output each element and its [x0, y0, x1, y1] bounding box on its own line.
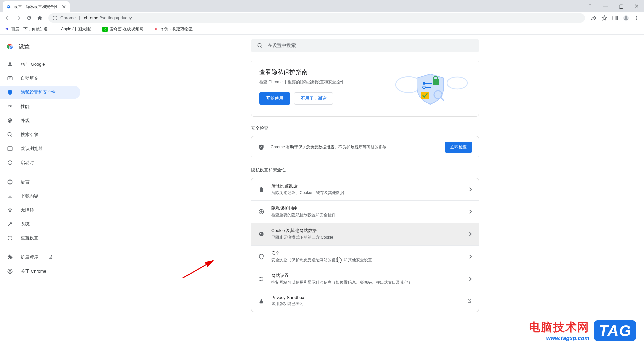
trash-icon — [258, 186, 265, 193]
safety-check-button[interactable]: 立即检查 — [445, 142, 472, 153]
bookmarks-bar: ✿百度一下，你就知道 Apple (中国大陆) … iQ爱奇艺-在线视频网… ❋… — [0, 24, 644, 35]
svg-point-1 — [55, 17, 55, 17]
profile-icon[interactable] — [621, 13, 631, 23]
new-tab-button[interactable]: ＋ — [72, 1, 82, 11]
privacy-row-flask[interactable]: Privacy Sandbox试用版功能已关闭 — [251, 290, 479, 312]
settings-title: 设置 — [19, 43, 30, 50]
svg-point-23 — [8, 132, 11, 136]
bookmark-apple[interactable]: Apple (中国大陆) … — [54, 26, 96, 32]
side-panel-icon[interactable] — [610, 13, 620, 23]
watermark-cn: 电脑技术网 — [529, 320, 589, 335]
tab-title: 设置 - 隐私设置和安全性 — [14, 4, 58, 10]
power-icon — [7, 159, 13, 166]
browser-tab[interactable]: 设置 - 隐私设置和安全性 ✕ — [3, 1, 70, 12]
sidebar-item-download[interactable]: 下载内容 — [0, 189, 80, 203]
svg-point-14 — [9, 62, 11, 64]
window-controls: ˅ — ▢ ✕ — [582, 0, 644, 12]
menu-icon[interactable] — [632, 13, 641, 23]
autofill-icon — [7, 75, 13, 82]
bookmark-huawei[interactable]: ❋华为 - 构建万物互… — [153, 26, 197, 32]
chevron-right-icon — [469, 187, 472, 191]
url-prefix: Chrome — [60, 15, 76, 20]
sidebar-item-label: 扩展程序 — [21, 254, 38, 260]
row-title: Cookie 及其他网站数据 — [271, 228, 463, 234]
sidebar-item-search[interactable]: 搜索引擎 — [0, 128, 80, 141]
svg-point-6 — [625, 16, 627, 18]
row-subtitle: 已阻止无痕模式下的第三方 Cookie — [271, 235, 463, 240]
bookmark-iqiyi[interactable]: iQ爱奇艺-在线视频网… — [102, 26, 147, 32]
svg-point-8 — [636, 17, 637, 18]
back-button[interactable] — [3, 13, 12, 23]
chevron-right-icon — [469, 232, 472, 236]
home-button[interactable] — [35, 13, 44, 23]
tab-close-icon[interactable]: ✕ — [61, 4, 66, 9]
privacy-row-tune[interactable]: 网站设置控制网站可以使用和显示什么信息（如位置信息、摄像头、弹出式窗口及其他） — [251, 268, 479, 290]
guide-illustration — [390, 68, 471, 108]
reload-button[interactable] — [24, 13, 34, 23]
settings-main: 在设置中搜索 查看隐私保护指南 检查 Chrome 中重要的隐私控制设置和安全控… — [86, 35, 644, 345]
privacy-guide-card: 查看隐私保护指南 检查 Chrome 中重要的隐私控制设置和安全控件 开始使用 … — [251, 60, 479, 117]
sidebar-item-reset[interactable]: 重置设置 — [0, 231, 80, 245]
tune-icon — [258, 276, 265, 282]
sidebar-item-extension[interactable]: 扩展程序 — [0, 251, 80, 264]
sidebar-item-label: 外观 — [21, 118, 30, 124]
privacy-row-trash[interactable]: 清除浏览数据清除浏览记录、Cookie、缓存及其他数据 — [251, 178, 479, 200]
site-info-icon — [52, 15, 58, 21]
watermark-tag: TAG — [594, 320, 636, 341]
guide-start-button[interactable]: 开始使用 — [259, 92, 290, 105]
bookmark-baidu[interactable]: ✿百度一下，你就知道 — [4, 26, 48, 32]
svg-point-64 — [260, 280, 261, 281]
svg-point-19 — [10, 107, 10, 107]
window-chevron-icon[interactable]: ˅ — [582, 0, 598, 12]
settings-brand: 设置 — [0, 38, 86, 57]
row-subtitle: 控制网站可以使用和显示什么信息（如位置信息、摄像头、弹出式窗口及其他） — [271, 280, 463, 285]
svg-rect-2 — [55, 18, 55, 19]
sidebar-item-speed[interactable]: 性能 — [0, 100, 80, 113]
palette-icon — [7, 117, 13, 124]
safety-check-heading: 安全检查 — [251, 125, 479, 131]
sidebar-item-person[interactable]: 您与 Google — [0, 58, 80, 71]
sidebar-divider — [0, 248, 86, 248]
accessibility-icon — [7, 207, 13, 213]
privacy-row-cookie[interactable]: Cookie 及其他网站数据已阻止无痕模式下的第三方 Cookie — [251, 223, 479, 245]
privacy-row-safety[interactable]: 安全安全浏览（保护您免受危险网站的侵害）和其他安全设置 — [251, 245, 479, 268]
svg-rect-15 — [8, 77, 12, 80]
svg-line-50 — [441, 98, 444, 101]
sidebar-item-power[interactable]: 启动时 — [0, 156, 80, 169]
privacy-row-guide[interactable]: 隐私保护指南检查重要的隐私控制设置和安全控件 — [251, 200, 479, 223]
forward-button[interactable] — [13, 13, 23, 23]
sidebar-item-chrome[interactable]: 关于 Chrome — [0, 265, 80, 278]
svg-point-32 — [10, 208, 11, 209]
share-icon[interactable] — [589, 13, 598, 23]
browser-toolbar: Chrome | chrome://settings/privacy — [0, 12, 644, 24]
settings-search[interactable]: 在设置中搜索 — [251, 39, 479, 52]
sidebar-item-label: 性能 — [21, 104, 30, 110]
svg-point-38 — [258, 43, 261, 47]
sidebar-item-label: 默认浏览器 — [21, 146, 43, 152]
svg-point-54 — [259, 232, 264, 236]
address-bar[interactable]: Chrome | chrome://settings/privacy — [48, 13, 585, 23]
sidebar-item-accessibility[interactable]: 无障碍 — [0, 203, 80, 217]
svg-point-21 — [9, 119, 10, 120]
window-minimize-icon[interactable]: — — [598, 0, 613, 12]
chrome-logo-icon — [7, 43, 14, 50]
speed-icon — [7, 103, 13, 110]
watermark-url: www.tagxp.com — [529, 335, 589, 342]
star-icon[interactable] — [600, 13, 609, 23]
svg-point-9 — [636, 19, 637, 20]
settings-gear-icon — [6, 4, 11, 9]
sidebar-item-globe[interactable]: 语言 — [0, 175, 80, 189]
sidebar-item-shield[interactable]: 隐私设置和安全性 — [0, 86, 80, 99]
window-maximize-icon[interactable]: ▢ — [613, 0, 629, 12]
sidebar-item-wrench[interactable]: 系统 — [0, 217, 80, 231]
sidebar-item-autofill[interactable]: 自动填充 — [0, 72, 80, 85]
guide-dismiss-button[interactable]: 不用了，谢谢 — [294, 92, 333, 105]
svg-point-55 — [260, 233, 261, 234]
external-link-icon — [48, 255, 53, 260]
window-close-icon[interactable]: ✕ — [629, 0, 644, 12]
svg-point-7 — [636, 16, 637, 17]
search-placeholder: 在设置中搜索 — [268, 43, 296, 49]
url-path: ://settings/privacy — [98, 15, 132, 20]
sidebar-item-palette[interactable]: 外观 — [0, 114, 80, 127]
sidebar-item-browser[interactable]: 默认浏览器 — [0, 142, 80, 155]
